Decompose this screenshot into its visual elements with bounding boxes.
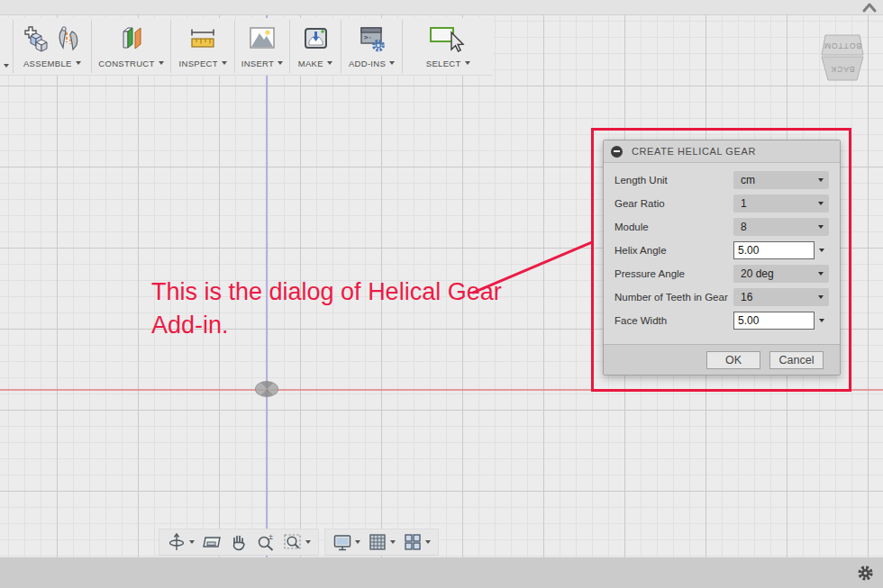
select-icons: [428, 22, 468, 56]
3d-printer-icon[interactable]: [301, 25, 330, 52]
module-dropdown[interactable]: 8: [733, 218, 829, 236]
pressure-angle-dropdown[interactable]: 20 deg: [733, 265, 829, 283]
construct-label: CONSTRUCT: [98, 56, 163, 70]
chevron-down-icon: [818, 295, 824, 299]
chevron-down-icon: [818, 202, 824, 205]
display-settings-button[interactable]: [329, 530, 364, 554]
face-width-label: Face Width: [614, 315, 667, 326]
gear-ratio-dropdown[interactable]: 1: [733, 194, 829, 213]
length-unit-dropdown[interactable]: cm: [733, 171, 829, 189]
select-box-cursor-icon[interactable]: [428, 23, 468, 54]
joint-icon[interactable]: [55, 24, 82, 53]
helix-angle-dropdown-button[interactable]: [815, 241, 829, 259]
settings-gear-icon[interactable]: [857, 565, 874, 582]
assemble-icons: [23, 22, 82, 56]
length-unit-label: Length Unit: [614, 175, 668, 185]
chevron-down-icon: [818, 225, 824, 229]
measure-ruler-icon[interactable]: [188, 25, 217, 52]
dialog-footer: OK Cancel: [604, 344, 840, 375]
select-label: SELECT: [426, 56, 470, 70]
dialog-body: Length Unit cm Gear Ratio 1 Module 8 Hel…: [604, 163, 840, 332]
viewports-icon: [403, 532, 423, 552]
helix-angle-label: Helix Angle: [614, 245, 667, 256]
insert-icons: [248, 22, 277, 56]
insert-label: INSERT: [241, 56, 283, 70]
annotation-line1: This is the dialog of Helical Gear: [151, 276, 502, 309]
chevron-down-icon: [355, 540, 360, 544]
status-bar: [0, 557, 883, 588]
toolbar-group-construct[interactable]: CONSTRUCT: [92, 18, 171, 75]
look-at-icon: [202, 532, 222, 552]
face-width-dropdown-button[interactable]: [815, 312, 829, 330]
navigation-toolbar: ±: [159, 529, 439, 556]
assemble-label: ASSEMBLE: [23, 56, 81, 70]
chevron-down-icon: [425, 540, 431, 544]
look-at-button[interactable]: [198, 530, 225, 554]
dialog-header[interactable]: CREATE HELICAL GEAR: [604, 140, 840, 163]
orbit-button[interactable]: [163, 530, 198, 554]
scripts-addins-icon[interactable]: >-: [358, 24, 387, 53]
zoom-icon: ±: [256, 532, 276, 552]
make-label: MAKE: [298, 56, 332, 70]
display-settings-icon: [332, 532, 352, 552]
svg-text:>-: >-: [364, 33, 372, 41]
construction-plane-icon[interactable]: [116, 24, 145, 53]
viewports-button[interactable]: [399, 530, 434, 554]
toolbar-group-make[interactable]: MAKE: [290, 18, 341, 75]
inspect-icons: [188, 22, 217, 56]
dialog-collapse-icon[interactable]: [611, 146, 623, 158]
addins-icons: >-: [358, 22, 387, 56]
top-collapse-strip: [0, 0, 883, 15]
svg-text:BACK: BACK: [830, 65, 854, 74]
zoom-window-fit-icon: [283, 532, 303, 552]
cancel-button[interactable]: Cancel: [769, 351, 824, 369]
row-teeth-count: Number of Teeth in Gear 16: [604, 285, 840, 309]
row-gear-ratio: Gear Ratio 1: [604, 192, 840, 215]
face-width-input[interactable]: [733, 312, 815, 330]
chevron-down-icon: [819, 249, 824, 252]
view-cube[interactable]: BOTTOM BACK: [814, 32, 871, 85]
main-toolbar: ASSEMBLE CONSTRUCT: [0, 18, 493, 76]
row-face-width: Face Width: [604, 309, 840, 332]
addins-label: ADD-INS: [349, 56, 395, 70]
module-label: Module: [614, 222, 649, 232]
fusion360-window: ASSEMBLE CONSTRUCT: [0, 0, 883, 588]
orbit-icon: [167, 532, 187, 552]
chevron-down-icon: [189, 540, 195, 544]
chevron-down-icon: [819, 319, 824, 322]
pan-hand-icon: [229, 532, 249, 552]
toolbar-group-select[interactable]: SELECT: [403, 18, 493, 75]
zoom-window-button[interactable]: [279, 530, 314, 554]
toolbar-group-inspect[interactable]: INSPECT: [171, 18, 234, 75]
annotation-text: This is the dialog of Helical Gear Add-i…: [151, 276, 502, 342]
make-icons: [301, 22, 330, 56]
insert-image-icon[interactable]: [248, 25, 277, 52]
pressure-angle-label: Pressure Angle: [614, 268, 685, 279]
origin-marker[interactable]: [255, 381, 278, 397]
teeth-count-dropdown[interactable]: 16: [733, 288, 829, 306]
annotation-line2: Add-in.: [151, 309, 502, 342]
zoom-button[interactable]: ±: [252, 530, 279, 554]
toolbar-overflow-stub[interactable]: [0, 18, 13, 75]
row-helix-angle: Helix Angle: [604, 239, 840, 262]
construct-icons: [116, 22, 145, 56]
grid-layout-button[interactable]: [364, 530, 399, 554]
toolbar-group-addins[interactable]: >- ADD-INS: [341, 18, 403, 75]
pan-button[interactable]: [225, 530, 252, 554]
svg-text:BOTTOM: BOTTOM: [824, 41, 861, 50]
nav-group-view-tools: ±: [159, 529, 319, 556]
inspect-label: INSPECT: [179, 56, 227, 70]
helix-angle-input[interactable]: [733, 241, 815, 259]
grid-layout-icon: [368, 532, 387, 552]
chevron-down-icon: [305, 540, 311, 544]
toolbar-group-assemble[interactable]: ASSEMBLE: [14, 18, 91, 75]
chevron-down-icon: [390, 540, 396, 544]
toolbar-group-insert[interactable]: INSERT: [235, 18, 289, 75]
horizontal-axis-line: [0, 389, 883, 391]
ok-button[interactable]: OK: [706, 351, 760, 369]
nav-group-display-tools: [324, 529, 439, 556]
chevron-up-icon[interactable]: [861, 2, 878, 14]
new-component-icon[interactable]: [23, 24, 51, 53]
row-length-unit: Length Unit cm: [604, 168, 840, 192]
svg-text:±: ±: [269, 532, 273, 541]
